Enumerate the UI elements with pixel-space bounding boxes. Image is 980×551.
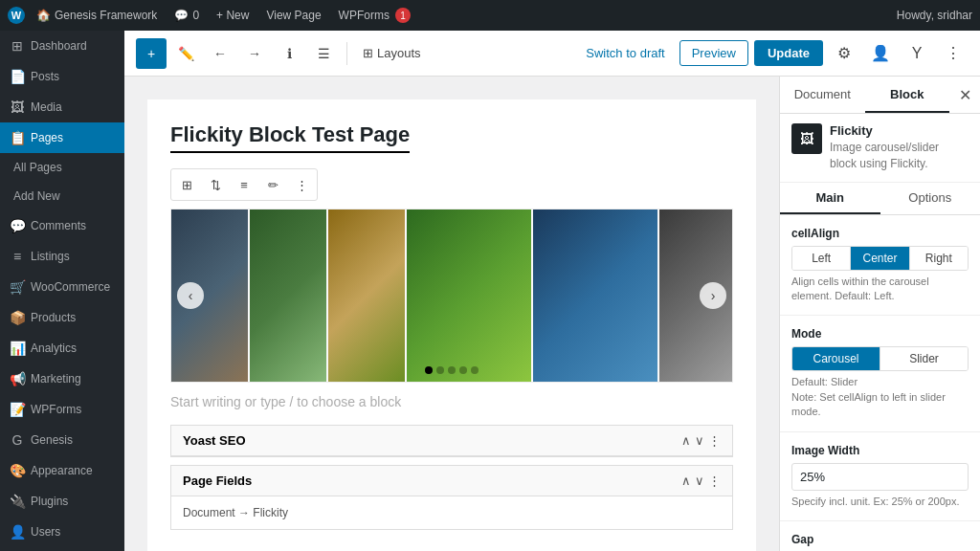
carousel-image-blue (533, 209, 657, 382)
mode-carousel[interactable]: Carousel (792, 347, 880, 370)
toolbar-separator (346, 42, 347, 65)
admin-bar-genesis[interactable]: 🏠 Genesis Framework (31, 9, 163, 22)
carousel-dot-4[interactable] (459, 366, 467, 374)
home-icon: 🏠 (36, 9, 51, 22)
carousel-prev-button[interactable]: ‹ (177, 282, 204, 309)
sidebar-item-media[interactable]: 🖼 Media (0, 92, 124, 122)
admin-bar-view-page[interactable]: View Page (260, 9, 326, 22)
genesis-icon: G (10, 432, 25, 448)
wp-logo[interactable]: W (8, 7, 25, 24)
cellalign-group: Left Center Right (791, 246, 969, 271)
yoast-collapse-up[interactable]: ∧ (681, 433, 691, 448)
sidebar-item-marketing[interactable]: 📢 Marketing (0, 364, 124, 394)
products-icon: 📦 (10, 310, 25, 325)
subtab-options[interactable]: Options (880, 183, 981, 214)
list-view-button[interactable]: ☰ (308, 38, 339, 69)
redo-button[interactable]: → (239, 38, 270, 69)
wpforms-sidebar-icon: 📝 (10, 402, 25, 417)
sidebar-item-products[interactable]: 📦 Products (0, 302, 124, 333)
yoast-seo-box: Yoast SEO ∧ ∨ ⋮ (170, 425, 733, 457)
admin-bar: W 🏠 Genesis Framework 💬 0 + New View Pag… (0, 0, 980, 31)
users-icon: 👤 (10, 524, 25, 540)
cellalign-section: cellAlign Left Center Right Align cells … (780, 215, 980, 317)
sidebar-item-plugins[interactable]: 🔌 Plugins (0, 486, 124, 517)
pencil-button[interactable]: ✏️ (170, 38, 201, 69)
wpforms-badge: 1 (395, 8, 411, 23)
update-button[interactable]: Update (754, 40, 823, 66)
sidebar-item-add-new[interactable]: Add New (0, 182, 124, 210)
mode-slider[interactable]: Slider (880, 347, 968, 370)
sidebar-item-posts[interactable]: 📄 Posts (0, 61, 124, 92)
mode-section: Mode Carousel Slider Default: SliderNote… (780, 316, 980, 431)
block-move-button[interactable]: ⇅ (202, 171, 229, 198)
carousel-image-fox (328, 209, 405, 382)
carousel-image-trees (250, 209, 326, 382)
sidebar-item-pages[interactable]: 📋 Pages (0, 122, 124, 153)
panel-block-info: 🖼 Flickity Image carousel/slider block u… (780, 114, 980, 183)
yoast-more[interactable]: ⋮ (708, 433, 721, 448)
yoast-collapse-down[interactable]: ∨ (695, 433, 704, 448)
block-type-button[interactable]: ⊞ (173, 171, 200, 198)
sidebar-item-appearance[interactable]: 🎨 Appearance (0, 455, 124, 486)
gap-section: Gap Specify incl. unit. Default: 10px. (780, 521, 980, 551)
carousel-dot-2[interactable] (436, 366, 444, 374)
page-fields-more[interactable]: ⋮ (708, 474, 721, 488)
mode-description: Default: SliderNote: Set cellAlign to le… (791, 375, 969, 419)
carousel-dot-3[interactable] (448, 366, 456, 374)
image-width-input[interactable] (791, 463, 969, 491)
block-edit-button[interactable]: ✏ (259, 171, 286, 198)
sidebar-item-analytics[interactable]: 📊 Analytics (0, 333, 124, 364)
sidebar-item-dashboard[interactable]: ⊞ Dashboard (0, 31, 124, 61)
layouts-button[interactable]: ⊞ Layouts (355, 42, 429, 64)
flickity-icon: 🖼 (800, 131, 813, 146)
block-align-button[interactable]: ≡ (231, 171, 257, 198)
page-fields-header[interactable]: Page Fields ∧ ∨ ⋮ (171, 466, 732, 496)
meta-boxes: Yoast SEO ∧ ∨ ⋮ Page Fields (170, 425, 733, 530)
switch-draft-button[interactable]: Switch to draft (577, 41, 673, 65)
sidebar-item-wpforms[interactable]: 📝 WPForms (0, 394, 124, 425)
admin-bar-comments[interactable]: 💬 0 (168, 9, 205, 22)
sidebar-item-all-pages[interactable]: All Pages (0, 153, 124, 182)
preview-button[interactable]: Preview (679, 40, 748, 66)
cellalign-center[interactable]: Center (851, 247, 909, 270)
tab-block[interactable]: Block (865, 77, 950, 113)
undo-button[interactable]: ← (205, 38, 235, 69)
page-title: Flickity Block Test Page (170, 122, 410, 153)
block-icon: 🖼 (791, 123, 822, 154)
sidebar-item-genesis[interactable]: G Genesis (0, 425, 124, 455)
admin-bar-new[interactable]: + New (211, 9, 255, 22)
dashboard-icon: ⊞ (10, 38, 25, 54)
sidebar-item-listings[interactable]: ≡ Listings (0, 241, 124, 272)
subtab-main[interactable]: Main (780, 183, 880, 214)
sidebar-item-tools[interactable]: 🔧 Tools (0, 547, 124, 551)
avatar-button[interactable]: 👤 (865, 38, 896, 69)
cellalign-left[interactable]: Left (792, 247, 851, 270)
plugins-icon: 🔌 (10, 494, 25, 509)
yoast-seo-actions: ∧ ∨ ⋮ (681, 433, 721, 448)
carousel-next-button[interactable]: › (700, 282, 726, 309)
info-button[interactable]: ℹ (274, 38, 304, 69)
appearance-icon: 🎨 (10, 463, 25, 478)
sidebar-item-users[interactable]: 👤 Users (0, 517, 124, 547)
sidebar-item-woocommerce[interactable]: 🛒 WooCommerce (0, 272, 124, 302)
posts-icon: 📄 (10, 69, 25, 84)
yoast-seo-header[interactable]: Yoast SEO ∧ ∨ ⋮ (171, 426, 732, 456)
tab-document[interactable]: Document (780, 77, 865, 113)
carousel-dot-5[interactable] (471, 366, 479, 374)
carousel-dot-1[interactable] (425, 366, 433, 374)
more-options-button[interactable]: ⋮ (938, 38, 969, 69)
add-block-button[interactable]: + (136, 38, 167, 69)
admin-bar-wpforms[interactable]: WPForms 1 (333, 8, 416, 23)
block-more-button[interactable]: ⋮ (288, 171, 315, 198)
panel-subtabs: Main Options (780, 183, 980, 215)
page-fields-actions: ∧ ∨ ⋮ (681, 474, 721, 488)
page-fields-collapse-down[interactable]: ∨ (695, 474, 704, 488)
page-fields-collapse-up[interactable]: ∧ (681, 474, 691, 488)
cellalign-right[interactable]: Right (910, 247, 968, 270)
block-info-text: Flickity Image carousel/slider block usi… (830, 123, 969, 172)
settings-button[interactable]: ⚙ (829, 38, 859, 69)
yoast-button[interactable]: Y (902, 38, 932, 69)
panel-close-button[interactable]: ✕ (949, 77, 980, 113)
panel-tabs-row: Document Block ✕ (780, 77, 980, 114)
sidebar-item-comments[interactable]: 💬 Comments (0, 210, 124, 241)
